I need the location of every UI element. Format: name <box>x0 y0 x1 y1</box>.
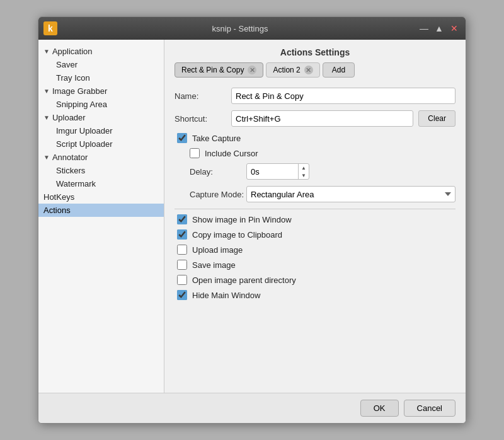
shortcut-label: Shortcut: <box>175 114 231 124</box>
sidebar-item-application[interactable]: ▼ Application <box>38 45 164 58</box>
tab-label-1: Rect & Pin & Copy <box>181 66 244 74</box>
sidebar-label-script-uploader: Script Uploader <box>56 139 113 149</box>
divider <box>175 209 455 209</box>
form-area: Name: Shortcut: Clear Take Capture <box>164 83 466 393</box>
window-body: ▼ Application Saver Tray Icon ▼ Image Gr… <box>38 40 466 393</box>
hide-main-window-label[interactable]: Hide Main Window <box>192 291 260 300</box>
take-capture-label[interactable]: Take Capture <box>192 134 241 143</box>
ok-button[interactable]: OK <box>360 400 399 417</box>
copy-clipboard-label[interactable]: Copy image to Clipboard <box>192 230 282 240</box>
window-title: ksnip - Settings <box>62 24 418 33</box>
sidebar-item-stickers[interactable]: Stickers <box>38 164 164 177</box>
save-image-label[interactable]: Save image <box>192 260 236 270</box>
expand-arrow: ▼ <box>43 48 50 55</box>
clear-button[interactable]: Clear <box>418 110 455 127</box>
capture-mode-select[interactable]: Rectangular Area Full Screen Window Last… <box>246 186 455 202</box>
sidebar-item-imgur-uploader[interactable]: Imgur Uploader <box>38 124 164 137</box>
spin-down[interactable]: ▼ <box>299 171 309 179</box>
capture-mode-row: Capture Mode: Rectangular Area Full Scre… <box>175 186 455 202</box>
settings-window: k ksnip - Settings — ▲ ✕ ▼ Application S… <box>38 16 466 424</box>
sidebar-item-annotator[interactable]: ▼ Annotator <box>38 151 164 164</box>
footer: OK Cancel <box>38 393 466 423</box>
content-header: Actions Settings <box>164 40 466 62</box>
sidebar-item-snipping-area[interactable]: Snipping Area <box>38 98 164 111</box>
sidebar-label-actions: Actions <box>43 206 71 215</box>
sidebar-item-hotkeys[interactable]: HotKeys <box>38 190 164 204</box>
sidebar-label-imgur-uploader: Imgur Uploader <box>56 126 113 136</box>
sidebar-item-watermark[interactable]: Watermark <box>38 177 164 190</box>
tab-rect-pin-copy[interactable]: Rect & Pin & Copy ✕ <box>175 62 263 78</box>
open-parent-dir-checkbox[interactable] <box>177 275 187 285</box>
delay-spinner: 0s ▲ ▼ <box>246 163 309 180</box>
minimize-button[interactable]: — <box>418 22 430 35</box>
titlebar: k ksnip - Settings — ▲ ✕ <box>38 17 466 40</box>
sidebar-item-image-grabber[interactable]: ▼ Image Grabber <box>38 84 164 98</box>
name-label: Name: <box>175 91 231 101</box>
show-pin-window-checkbox[interactable] <box>177 214 187 224</box>
include-cursor-label[interactable]: Include Cursor <box>205 149 258 158</box>
include-cursor-checkbox[interactable] <box>190 148 200 158</box>
cancel-button[interactable]: Cancel <box>404 400 455 417</box>
sidebar-label-annotator: Annotator <box>52 153 88 162</box>
tab-bar: Rect & Pin & Copy ✕ Action 2 ✕ Add <box>164 62 466 83</box>
delay-label: Delay: <box>190 167 246 177</box>
expand-arrow-uploader: ▼ <box>43 114 50 121</box>
tab-label-2: Action 2 <box>273 66 300 74</box>
sidebar-item-saver[interactable]: Saver <box>38 58 164 71</box>
take-capture-row: Take Capture <box>175 133 455 143</box>
delay-value: 0s <box>247 167 298 177</box>
shortcut-input[interactable] <box>231 110 413 127</box>
tab-close-2[interactable]: ✕ <box>304 66 313 74</box>
save-image-checkbox[interactable] <box>177 260 187 270</box>
sidebar-label-application: Application <box>52 47 93 56</box>
show-pin-window-row: Show image in Pin Window <box>175 214 455 224</box>
spin-arrows: ▲ ▼ <box>298 164 309 179</box>
capture-mode-label: Capture Mode: <box>190 190 246 199</box>
show-pin-window-label[interactable]: Show image in Pin Window <box>192 215 292 224</box>
name-input[interactable] <box>231 88 455 104</box>
add-tab-button[interactable]: Add <box>323 62 355 78</box>
sidebar-label-saver: Saver <box>56 60 77 69</box>
open-parent-dir-label[interactable]: Open image parent directory <box>192 275 296 285</box>
sidebar-item-script-uploader[interactable]: Script Uploader <box>38 137 164 151</box>
sidebar: ▼ Application Saver Tray Icon ▼ Image Gr… <box>38 40 164 393</box>
upload-image-checkbox[interactable] <box>177 245 187 255</box>
copy-clipboard-row: Copy image to Clipboard <box>175 229 455 240</box>
app-icon: k <box>43 21 57 35</box>
titlebar-buttons: — ▲ ✕ <box>418 22 461 35</box>
upload-image-label[interactable]: Upload image <box>192 245 243 255</box>
sidebar-label-watermark: Watermark <box>56 179 96 188</box>
delay-row: Delay: 0s ▲ ▼ <box>175 163 455 180</box>
sidebar-label-tray-icon: Tray Icon <box>56 73 90 83</box>
sidebar-label-uploader: Uploader <box>52 113 86 122</box>
close-button[interactable]: ✕ <box>448 22 461 35</box>
expand-arrow-grabber: ▼ <box>43 88 50 95</box>
expand-arrow-annotator: ▼ <box>43 154 50 161</box>
shortcut-row: Shortcut: Clear <box>175 110 455 127</box>
tab-close-1[interactable]: ✕ <box>248 66 256 74</box>
tab-action2[interactable]: Action 2 ✕ <box>266 62 319 78</box>
sidebar-item-actions[interactable]: Actions <box>38 204 164 217</box>
maximize-button[interactable]: ▲ <box>433 22 445 35</box>
sidebar-label-image-grabber: Image Grabber <box>52 86 107 96</box>
sidebar-item-uploader[interactable]: ▼ Uploader <box>38 111 164 124</box>
name-row: Name: <box>175 88 455 104</box>
hide-main-window-checkbox[interactable] <box>177 290 187 300</box>
save-image-row: Save image <box>175 260 455 270</box>
sidebar-label-snipping-area: Snipping Area <box>56 100 107 109</box>
sidebar-item-tray-icon[interactable]: Tray Icon <box>38 71 164 84</box>
upload-image-row: Upload image <box>175 245 455 255</box>
sidebar-label-hotkeys: HotKeys <box>43 192 74 202</box>
copy-clipboard-checkbox[interactable] <box>177 229 187 240</box>
include-cursor-row: Include Cursor <box>175 148 455 158</box>
hide-main-window-row: Hide Main Window <box>175 290 455 300</box>
sidebar-label-stickers: Stickers <box>56 166 85 175</box>
open-parent-dir-row: Open image parent directory <box>175 275 455 285</box>
take-capture-checkbox[interactable] <box>177 133 187 143</box>
content-area: Actions Settings Rect & Pin & Copy ✕ Act… <box>164 40 466 393</box>
spin-up[interactable]: ▲ <box>299 164 309 171</box>
